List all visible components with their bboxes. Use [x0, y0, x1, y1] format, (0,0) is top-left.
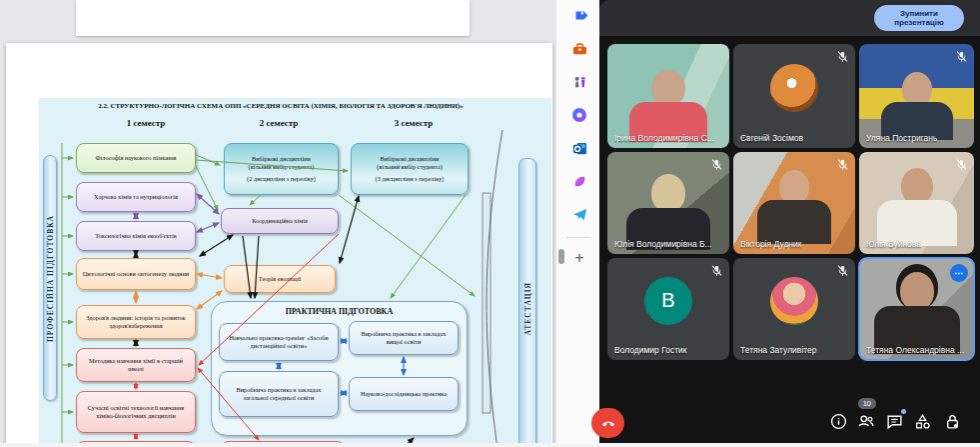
mic-off-icon [955, 158, 968, 171]
semester-1-header: 1 семестр [101, 118, 191, 128]
box-toxic-chem: Токсилогічна хімія екооб'єктів [76, 221, 196, 251]
participant-tile-active[interactable]: ⋯ Тетяна Олександрівна ... [859, 258, 974, 360]
chess-icon[interactable] [569, 72, 589, 92]
box-practice-higher: Виробнича практика в закладах вищої осві… [349, 321, 459, 355]
copilot-icon[interactable] [569, 105, 589, 125]
previous-page-fragment [76, 0, 470, 36]
participant-name: Уляна Постригань [866, 133, 937, 143]
host-controls-icon[interactable] [942, 411, 962, 431]
participant-tile[interactable]: Євгеній Зосімов [733, 44, 855, 148]
box-edu-tech: Сучасні освітні технології навчання хімі… [76, 391, 196, 433]
participant-tile[interactable]: Тетяна Затуливітер [733, 258, 855, 360]
more-options-button[interactable]: ⋯ [950, 264, 968, 282]
semester-3-header: 3 семестр [369, 118, 459, 128]
mic-off-icon [710, 264, 723, 277]
box-health: Здоров'я людини: історія та розвиток здо… [76, 305, 196, 339]
box-philosophy: Філософія наукового пізнання [76, 143, 196, 173]
box-coord-chem: Координаційна хімія [221, 208, 339, 234]
window-bottom-edge [0, 443, 980, 447]
participant-name: Юлія Володимирівна Б... [614, 239, 712, 249]
participant-tile[interactable]: Юлія Володимирівна Б... [607, 152, 729, 254]
mic-off-icon [836, 264, 849, 277]
avatar [770, 64, 818, 112]
screen: 2.2. СТРУКТУРНО-ЛОГІЧНА СХЕМА ОПП «СЕРЕД… [0, 0, 980, 447]
toolbox-icon[interactable] [569, 39, 589, 59]
document-page: 2.2. СТРУКТУРНО-ЛОГІЧНА СХЕМА ОПП «СЕРЕД… [6, 43, 552, 447]
participant-video [629, 70, 707, 142]
practice-title: ПРАКТИЧНА ПІДГОТОВКА [212, 307, 467, 316]
participant-tile[interactable]: Ірина Володимирівна С... [607, 44, 729, 148]
document-viewer: 2.2. СТРУКТУРНО-ЛОГІЧНА СХЕМА ОПП «СЕРЕД… [0, 0, 555, 447]
chat-notification-dot [901, 409, 906, 414]
participant-name: Юлія Буйнова [866, 239, 921, 249]
participant-name: Ірина Володимирівна С... [614, 133, 714, 143]
document-scrollbar-thumb[interactable] [558, 249, 564, 264]
semester-2-header: 2 семестр [234, 118, 324, 128]
participant-tile[interactable]: В Володимир Гостик [607, 258, 729, 360]
participant-name: Тетяна Затуливітер [740, 345, 817, 355]
participant-name: Євгеній Зосімов [740, 133, 803, 143]
box-practice-school: Виробнича практика в закладах загальної … [219, 371, 339, 417]
meet-top-bar: Зупинити презентацію [599, 0, 980, 36]
participant-name: Вікторія Дудник [740, 239, 802, 249]
box-evolution: Теорія еволюції [224, 265, 336, 293]
avatar [770, 277, 818, 325]
swirl-icon[interactable] [569, 171, 589, 191]
avatar: В [644, 277, 692, 325]
participant-tile[interactable]: Вікторія Дудник [733, 152, 855, 254]
box-practice-training: Навчальна практика-тренінг «Засоби диста… [219, 323, 339, 361]
participant-video [874, 272, 960, 354]
add-icon[interactable]: + [569, 248, 589, 268]
tag-icon[interactable] [569, 6, 589, 26]
participant-video [881, 72, 953, 140]
box-elective-sem3: Вибіркові дисципліни (вільний вибір студ… [351, 143, 469, 195]
box-food-chem: Харчова хімія та нутриціологія [76, 182, 196, 212]
people-icon[interactable] [856, 411, 876, 431]
participant-name: Володимир Гостик [614, 345, 687, 355]
mic-off-icon [836, 50, 849, 63]
outlook-icon[interactable] [569, 138, 589, 158]
meet-window: Зупинити презентацію Ірина Володимирівна… [599, 0, 980, 443]
end-call-button[interactable] [591, 408, 624, 438]
participant-name: Тетяна Олександрівна ... [866, 345, 964, 355]
sidebar-divider [566, 237, 590, 238]
info-icon[interactable] [828, 411, 848, 431]
brace-shape [487, 130, 502, 447]
participant-video [757, 170, 831, 244]
attestation-band: АТЕСТАЦІЯ [518, 158, 536, 447]
participant-tile[interactable]: Уляна Постригань [859, 44, 974, 148]
box-practice-research: Науково-дослідницька практика [349, 377, 459, 411]
mic-off-icon [836, 158, 849, 171]
activities-icon[interactable] [912, 411, 932, 431]
box-method-chem: Методика навчання хімії в старшій школі [76, 348, 196, 382]
participant-video [877, 168, 957, 246]
mic-off-icon [710, 158, 723, 171]
participant-tile[interactable]: Юлія Буйнова [859, 152, 974, 254]
scheme-diagram: 2.2. СТРУКТУРНО-ЛОГІЧНА СХЕМА ОПП «СЕРЕД… [39, 98, 551, 447]
diagram-title: 2.2. СТРУКТУРНО-ЛОГІЧНА СХЕМА ОПП «СЕРЕД… [43, 102, 518, 110]
telegram-icon[interactable] [569, 204, 589, 224]
professional-training-band: ПРОФЕСІЙНА ПІДГОТОВКА [43, 155, 57, 401]
box-elective-sem2: Вибіркові дисципліни (вільний вибір студ… [224, 143, 339, 195]
chat-icon[interactable] [884, 411, 904, 431]
box-cytology: Цитологічні основи онтогенезу людини [76, 258, 196, 290]
participant-count-badge: 10 [858, 398, 876, 409]
mic-off-icon [955, 50, 968, 63]
stop-presentation-button[interactable]: Зупинити презентацію [874, 5, 964, 31]
browser-sidebar: + [555, 0, 599, 447]
